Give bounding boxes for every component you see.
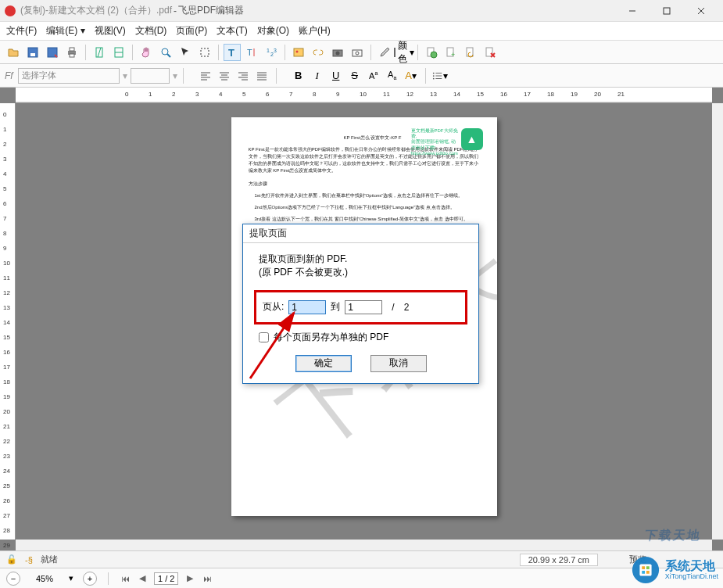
from-label: 页从:: [263, 300, 284, 314]
page-delete-button[interactable]: [481, 44, 499, 61]
line-spacing-tool[interactable]: 123: [263, 44, 280, 61]
menu-view[interactable]: 视图(V): [95, 24, 126, 38]
page-header: KP First怎么 设置中文-KP F: [249, 134, 402, 142]
zoom-percent[interactable]: 45%: [27, 574, 63, 583]
last-page-button[interactable]: ⏭: [202, 574, 213, 583]
zoom-tool[interactable]: [157, 44, 174, 61]
svg-rect-1: [664, 8, 670, 14]
zoom-in-button[interactable]: +: [83, 572, 97, 586]
svg-rect-8: [70, 48, 74, 51]
vertical-ruler: 0123456789101112131415161718192021222324…: [0, 103, 16, 540]
next-page-button[interactable]: ▶: [184, 573, 195, 583]
select-tool[interactable]: [177, 44, 194, 61]
page-add-button[interactable]: +: [442, 44, 460, 61]
minimize-button[interactable]: [615, 0, 650, 22]
print-button[interactable]: [63, 44, 81, 61]
cancel-button[interactable]: 取消: [370, 355, 427, 372]
zoom-out-button[interactable]: −: [6, 572, 20, 586]
svg-point-36: [433, 77, 435, 79]
to-input[interactable]: [345, 300, 382, 314]
step-2: 2nd然后Options选项下方已经了一个下拉框，我们在下拉框中找到"Langu…: [255, 204, 480, 211]
pdf-logo-icon: ▲: [461, 128, 483, 150]
first-page-button[interactable]: ⏮: [120, 574, 131, 583]
close-button[interactable]: [684, 0, 718, 22]
text-tool[interactable]: T: [224, 44, 241, 61]
zoombar: − 45% ▾ + ⏮ ◀ 1 / 2 ▶ ⏭: [0, 568, 723, 588]
vertical-scrollbar[interactable]: [712, 103, 723, 540]
svg-rect-5: [30, 53, 35, 56]
statusbar: 🔓 -§ 就绪 20.99 x 29.7 cm 预览: [0, 550, 723, 568]
horizontal-scrollbar[interactable]: [16, 540, 712, 550]
page-rotate-button[interactable]: [462, 44, 479, 61]
superscript-button[interactable]: Aa: [365, 67, 382, 84]
snapshot-tool[interactable]: [349, 44, 366, 61]
prev-page-button[interactable]: ◀: [137, 573, 148, 583]
italic-button[interactable]: I: [309, 67, 326, 84]
svg-text:3: 3: [274, 48, 277, 53]
svg-point-34: [433, 72, 435, 74]
svg-line-13: [167, 54, 170, 57]
vertical-text-tool[interactable]: T: [243, 44, 260, 61]
strike-button[interactable]: S: [346, 67, 363, 84]
hand-tool[interactable]: [138, 44, 155, 61]
maximize-button[interactable]: [650, 0, 684, 22]
checkbox-label: 每个页面另存为单独的 PDF: [274, 331, 388, 344]
svg-point-21: [296, 50, 299, 52]
menu-page[interactable]: 页面(P): [176, 24, 207, 38]
page-dimensions: 20.99 x 29.7 cm: [520, 554, 598, 566]
page-mode-1[interactable]: [91, 44, 108, 61]
align-center[interactable]: [216, 67, 233, 84]
zoom-dropdown-icon[interactable]: ▾: [69, 573, 77, 583]
titlebar: (复制)-新建文本文档 (2)（合并）.pdf - 飞思PDF编辑器: [0, 0, 723, 22]
menubar: 文件(F) 编辑(E) ▾ 视图(V) 文档(D) 页面(P) 文本(T) 对象…: [0, 22, 723, 41]
rect-select-tool[interactable]: [196, 44, 213, 61]
camera-tool[interactable]: [329, 44, 346, 61]
align-right[interactable]: [234, 67, 252, 84]
image-tool[interactable]: [290, 44, 307, 61]
extract-pages-dialog: 提取页面 提取页面到新的 PDF. (原 PDF 不会被更改.) 页从: 到 /…: [242, 224, 479, 384]
page-insert-button[interactable]: [423, 44, 440, 61]
color-picker[interactable]: 颜色 ▾: [396, 44, 413, 61]
svg-point-27: [431, 52, 437, 58]
svg-rect-20: [294, 48, 303, 56]
align-left[interactable]: [197, 67, 214, 84]
brand-name: 系统天地: [665, 560, 718, 572]
menu-object[interactable]: 对象(O): [257, 24, 289, 38]
app-icon: [5, 5, 16, 16]
svg-rect-40: [639, 564, 651, 575]
align-justify[interactable]: [253, 67, 270, 84]
menu-text[interactable]: 文本(T): [217, 24, 247, 38]
toolbar-main: T T 123 颜色 ▾ +: [0, 41, 723, 64]
font-color-button[interactable]: A ▾: [403, 67, 420, 84]
bold-button[interactable]: B: [290, 67, 307, 84]
svg-rect-9: [70, 54, 74, 57]
save-button[interactable]: [24, 44, 41, 61]
menu-document[interactable]: 文档(D): [135, 24, 167, 38]
doc-title: (复制)-新建文本文档 (2)（合并）.pdf: [20, 4, 172, 17]
lock-icon: 🔓: [6, 554, 17, 565]
font-select[interactable]: 选择字体: [18, 68, 120, 84]
page-indicator[interactable]: 1 / 2: [154, 572, 178, 585]
open-button[interactable]: [5, 44, 22, 61]
from-input[interactable]: [288, 300, 326, 314]
underline-button[interactable]: U: [327, 67, 345, 84]
svg-point-25: [356, 52, 359, 55]
list-button[interactable]: ▾: [431, 67, 449, 84]
menu-account[interactable]: 账户(H): [299, 24, 331, 38]
link-tool[interactable]: [310, 44, 327, 61]
svg-text:1: 1: [267, 48, 270, 53]
save-as-button[interactable]: [44, 44, 61, 61]
subscript-button[interactable]: Aa: [384, 67, 401, 84]
to-label: 到: [331, 300, 340, 314]
svg-rect-42: [646, 566, 650, 569]
menu-file[interactable]: 文件(F): [6, 24, 37, 38]
eyedropper-tool[interactable]: [376, 44, 393, 61]
each-page-separate-checkbox[interactable]: [259, 332, 269, 342]
brand-watermark: 系统天地 XiTongTianDi.net: [631, 555, 718, 585]
section-title: 方法步骤: [249, 181, 480, 188]
svg-text:+: +: [451, 51, 455, 59]
ok-button[interactable]: 确定: [295, 355, 352, 372]
page-mode-2[interactable]: [110, 44, 127, 61]
size-select[interactable]: [131, 68, 170, 84]
menu-edit[interactable]: 编辑(E) ▾: [46, 24, 84, 38]
